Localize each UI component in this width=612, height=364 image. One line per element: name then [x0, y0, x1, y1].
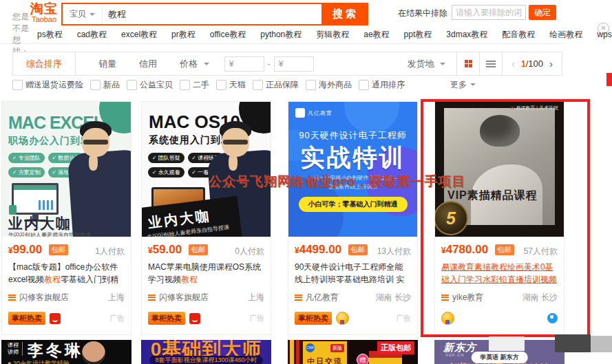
product-card-6[interactable]: 0基础到大师 8套平面影视合集课程1300课460小时: [141, 340, 271, 364]
shop-link[interactable]: yike教育: [452, 292, 483, 303]
suggestion-link-jianji[interactable]: 剪辑教程: [316, 29, 349, 41]
new-edition-tag: 新版: [330, 344, 344, 352]
suggestion-link-office[interactable]: office教程: [210, 29, 246, 41]
sort-tab-price-label: 价格: [180, 58, 198, 69]
filter-charity[interactable]: 公益宝贝: [127, 79, 173, 91]
exclude-confirm-button[interactable]: 确定: [529, 5, 556, 20]
taobao-logo-cn: 淘宝: [30, 2, 58, 15]
product-title[interactable]: 【mac版专题】office办公软件excel视频教程零基础入门到精通课程: [8, 261, 125, 286]
checkbox[interactable]: [306, 80, 316, 90]
checkbox[interactable]: [127, 80, 137, 90]
suggestion-link-peiyin[interactable]: 配音教程: [502, 29, 535, 41]
product-image-1[interactable]: MAC EXCEL 职场办公入门到精通 ✓ 专业团队 ✓ 数据分析 ✓ 方案定制…: [2, 102, 131, 237]
search-button[interactable]: 搜 索: [321, 4, 367, 24]
checkbox[interactable]: [359, 80, 369, 90]
suggestion-link-wps[interactable]: wps教程: [597, 29, 612, 41]
shop-row: 闪修客旗舰店 上海: [148, 292, 264, 303]
suggestion-link-ppt[interactable]: ppt教程: [404, 29, 432, 41]
filter-secondhand[interactable]: 二手: [180, 79, 209, 91]
redaction-block: [489, 336, 525, 351]
next-page-button[interactable]: ›: [549, 58, 553, 69]
currency-symbol: ¥: [148, 246, 153, 255]
filter-overseas[interactable]: 海外商品: [306, 79, 352, 91]
suggestion-link-excel[interactable]: excel教程: [121, 29, 157, 41]
page-indicator: 1/100: [521, 58, 543, 69]
taobao-logo[interactable]: 淘宝 Taobao: [30, 2, 58, 23]
price-row: ¥99.00 包邮 1人付款: [8, 243, 125, 257]
suggestion-link-huihua[interactable]: 绘画教程: [549, 29, 582, 41]
shop-icon: [8, 295, 16, 301]
suggestion-link-ps[interactable]: ps教程: [37, 29, 63, 41]
checkbox[interactable]: [90, 80, 101, 90]
product-image-5: 课程讲师 李冬琳 ● 20余年设计教学经验: [1, 340, 131, 364]
filter-label: 赠送退货运费险: [25, 79, 83, 91]
sort-tab-price[interactable]: 价格: [180, 58, 209, 70]
ship-from-dropdown[interactable]: 发货地: [407, 58, 445, 70]
list-view-button[interactable]: [479, 52, 502, 75]
checkbox[interactable]: [12, 80, 23, 90]
suggestion-link-python[interactable]: python教程: [260, 29, 302, 41]
product-title[interactable]: 90天硬件设计电子工程师全能线上特训班零基础电路培训 实战教程: [295, 261, 411, 286]
sort-tab-sales[interactable]: 销量: [98, 58, 116, 70]
suggestion-link-3dmax[interactable]: 3dmax教程: [446, 29, 487, 41]
suggestion-link-cad[interactable]: cad教程: [77, 29, 107, 41]
shop-icon: [441, 295, 449, 301]
search-input[interactable]: [103, 4, 321, 24]
prev-page-button[interactable]: ‹: [511, 58, 515, 69]
more-dropdown[interactable]: 更多: [450, 79, 476, 91]
shop-row: 凡亿教育 湖南 长沙: [295, 292, 411, 303]
image-footer-caption: 牛闪闪创始人秦老师亲自指导授课: [8, 231, 91, 237]
product-card-7[interactable]: CNR 新版 中日交流 正版包邮 赠: [288, 340, 418, 364]
product-image-3[interactable]: 凡亿教育 90天硬件设计电子工程师 实战特训 — 从一个电路小白到硬件 晋升之路…: [288, 102, 417, 237]
title-highlight: 教程: [44, 275, 61, 284]
logo-x: ✕: [510, 105, 514, 110]
shipping-badge: 包邮: [495, 244, 514, 255]
title-highlight: 教程: [181, 275, 198, 284]
shop-link[interactable]: 闪修客旗舰店: [19, 292, 69, 303]
filter-tmall[interactable]: 天猫: [216, 79, 246, 91]
product-image-6: 0基础到大师 8套平面影视合集课程1300课460小时: [141, 340, 271, 364]
taobao-search-results-page: 淘宝 Taobao 宝贝 搜 索 在结果中排除 确定 ✕ 您是不是想找： ps教…: [0, 0, 612, 364]
suggestion-link-ae[interactable]: ae教程: [363, 29, 389, 41]
filter-label: 天猫: [229, 79, 246, 91]
filter-new[interactable]: 新品: [90, 79, 120, 91]
chevron-down-icon: [440, 63, 445, 68]
filter-label: 新品: [103, 79, 120, 91]
grid-view-button[interactable]: [457, 52, 479, 75]
feature-tag: ✓ 专业团队: [8, 153, 45, 163]
price-max-input[interactable]: ¥: [274, 56, 314, 72]
exclude-input[interactable]: [452, 5, 526, 20]
checkbox[interactable]: [180, 80, 190, 90]
price-min-input[interactable]: ¥: [224, 56, 264, 72]
search-category-dropdown[interactable]: 宝贝: [63, 4, 103, 24]
image-headline: 实战特训: [288, 142, 417, 174]
product-title[interactable]: 易课教育素描教程绘画美术0基础入门学习水彩铅直播培训视频课程: [441, 261, 558, 286]
feature-tag: ✓ 团队答疑: [148, 153, 184, 163]
sort-tab-composite[interactable]: 综合排序: [13, 52, 76, 75]
watermark-text: 公众号飞翔网络创业pro，获取第一手项目: [209, 173, 466, 191]
filter-freight-insurance[interactable]: 赠送退货运费险: [12, 79, 83, 91]
cnr-logo: CNR: [306, 343, 315, 352]
shipping-badge: 包邮: [49, 244, 68, 255]
chevron-down-icon: [89, 13, 95, 19]
checkbox[interactable]: [253, 80, 263, 90]
sort-tab-credit[interactable]: 信用: [139, 58, 157, 70]
suggestion-link-pr[interactable]: pr教程: [171, 29, 196, 41]
filter-authentic[interactable]: 正品保障: [253, 79, 299, 91]
product-title[interactable]: MAC苹果电脑使用课程OS系统学习视频教程MacBook/Pro/Air/iMa…: [148, 261, 264, 286]
product-card-5[interactable]: 课程讲师 李冬琳 ● 20余年设计教学经验: [1, 340, 131, 364]
page-current: 1: [521, 59, 526, 69]
more-label: 更多: [450, 80, 467, 89]
product-image-4[interactable]: ✕ 易课教育 | 美术学院 VIP素描精品课程 5: [435, 102, 564, 237]
product-card-4: ✕ 易课教育 | 美术学院 VIP素描精品课程 5 ¥4780.00 包邮 57…: [434, 101, 564, 335]
checkbox[interactable]: [216, 80, 226, 90]
shop-link[interactable]: 凡亿教育: [306, 292, 339, 303]
feature-tag: ✓ 永久观看: [148, 167, 184, 178]
product-image-2[interactable]: MAC OS10 系统使用入门到精通 ✓ 团队答疑 ✓ 课程练习 ✓ 永久观看 …: [142, 102, 271, 237]
image-yellow-pill: 小白可学；零基础入门到精通: [299, 197, 408, 212]
filter-general-sort[interactable]: 通用排序: [359, 79, 405, 91]
shop-link[interactable]: 闪修客旗舰店: [159, 292, 209, 303]
instructor-photo: [62, 121, 131, 237]
location: 湖南 长沙: [376, 292, 411, 303]
filter-label: 海外商品: [319, 79, 352, 91]
